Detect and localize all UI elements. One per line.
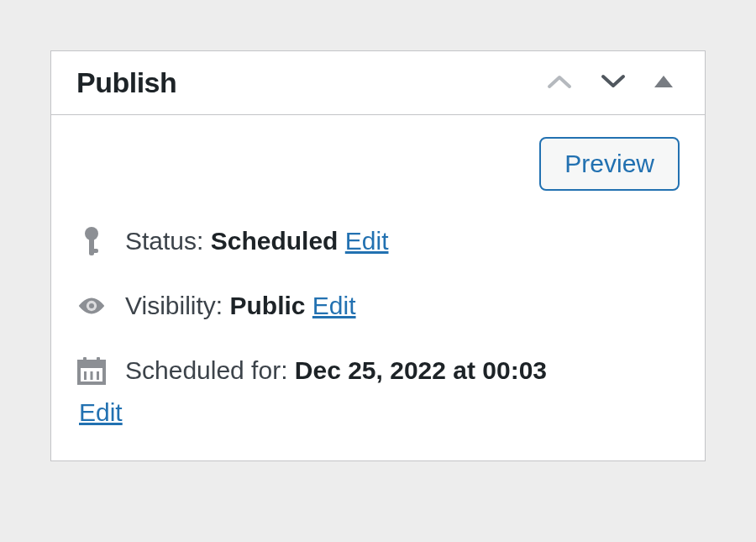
publish-header: Publish [51, 51, 705, 115]
eye-icon [76, 295, 107, 317]
preview-row: Preview [76, 137, 680, 191]
svg-rect-7 [79, 361, 104, 368]
chevron-down-icon [599, 72, 627, 93]
toggle-panel-button[interactable] [648, 69, 680, 97]
svg-marker-0 [654, 76, 673, 87]
visibility-value: Public [230, 292, 306, 319]
publish-metabox: Publish Preview [50, 50, 706, 461]
status-edit-link[interactable]: Edit [345, 227, 389, 255]
svg-rect-12 [97, 371, 99, 380]
chevron-up-icon [545, 72, 574, 93]
schedule-row: Scheduled for: Dec 25, 2022 at 00:03 [76, 354, 680, 387]
move-down-button[interactable] [594, 67, 633, 98]
svg-rect-10 [84, 371, 87, 380]
preview-button[interactable]: Preview [539, 137, 680, 191]
calendar-icon [76, 356, 107, 385]
header-controls [540, 67, 680, 98]
key-icon [76, 225, 107, 257]
visibility-edit-link[interactable]: Edit [312, 292, 356, 319]
move-up-button[interactable] [540, 67, 579, 98]
publish-title: Publish [76, 66, 176, 99]
svg-rect-3 [89, 249, 98, 253]
svg-rect-11 [91, 371, 93, 380]
svg-point-5 [89, 303, 94, 308]
schedule-label: Scheduled for: [125, 356, 287, 384]
status-value: Scheduled [211, 227, 339, 255]
visibility-label: Visibility: [125, 292, 223, 319]
status-label: Status: [125, 227, 203, 255]
schedule-edit-row: Edit [76, 398, 680, 427]
schedule-edit-link[interactable]: Edit [79, 398, 123, 426]
publish-body: Preview Status: Scheduled Edit Visibilit… [51, 115, 705, 460]
triangle-up-icon [653, 74, 675, 92]
schedule-value: Dec 25, 2022 at 00:03 [295, 356, 547, 384]
svg-rect-8 [83, 357, 87, 364]
visibility-row: Visibility: Public Edit [76, 289, 680, 322]
status-row: Status: Scheduled Edit [76, 224, 680, 257]
svg-rect-9 [97, 357, 100, 364]
